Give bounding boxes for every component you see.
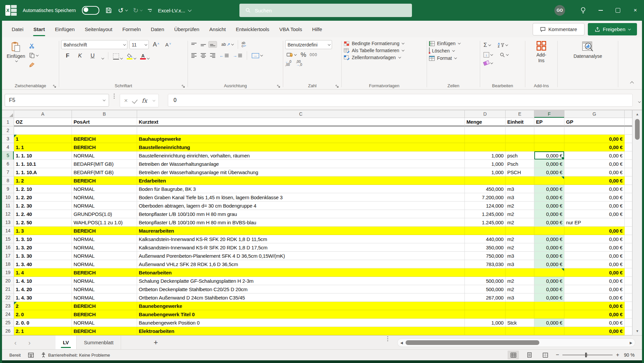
page-break-view-button[interactable] (540, 351, 551, 359)
cell-A4[interactable]: 1. 1 (14, 143, 72, 151)
row-header-19[interactable]: 19 (2, 268, 14, 277)
cell-A21[interactable]: 1. 4. 20 (14, 285, 72, 293)
vertical-scrollbar[interactable]: ▲ ▼ (632, 110, 642, 335)
underline-dropdown[interactable] (101, 56, 104, 59)
tab-datei[interactable]: Datei (7, 21, 28, 37)
cell-F8[interactable] (534, 176, 564, 185)
cell-filler-6[interactable] (625, 160, 632, 168)
font-size-select[interactable]: 11 (129, 40, 149, 49)
row-header-13[interactable]: 13 (2, 218, 14, 227)
tab-formeln[interactable]: Formeln (117, 21, 146, 37)
tab-hilfe[interactable]: Hilfe (307, 21, 327, 37)
column-header-B[interactable]: B (72, 110, 137, 118)
cell-C4[interactable]: Baustelleneinrichtung (137, 143, 465, 151)
cell-filler-8[interactable] (625, 176, 632, 185)
avatar[interactable]: GO (554, 5, 565, 16)
cell-styles-button[interactable]: Zellenformatvorlagen (344, 55, 425, 60)
cell-G9[interactable]: 0,00 € (564, 185, 625, 193)
decrease-indent-icon[interactable]: ← (218, 52, 230, 59)
column-header-A[interactable]: A (14, 110, 72, 118)
lightbulb-icon[interactable] (574, 0, 592, 21)
cell-E7[interactable]: PSCH (506, 168, 534, 176)
cell-C14[interactable]: Maurerarbeiten (137, 227, 465, 235)
cell-filler-7[interactable] (625, 168, 632, 176)
cell-C24[interactable]: Baunebengewerk Titel 0 (137, 310, 465, 319)
cell-D3[interactable] (465, 135, 506, 143)
cell-A13[interactable]: 1. 2. 50 (14, 218, 72, 227)
cell-G15[interactable]: 0,00 € (564, 235, 625, 243)
cell-B24[interactable]: BEREICH (72, 310, 137, 319)
cell-G6[interactable]: 0,00 € (564, 160, 625, 168)
cell-F4[interactable] (534, 143, 564, 151)
cell-D18[interactable]: 783,030 (465, 260, 506, 268)
cell-B12[interactable]: GRUNDPOS(1.0) (72, 210, 137, 218)
close-button[interactable]: × (627, 0, 644, 21)
accessibility-status[interactable]: Barrierefreiheit: Keine Probleme (41, 352, 110, 358)
number-dialog-launcher[interactable] (335, 85, 339, 88)
cell-B26[interactable]: BEREICH (72, 327, 137, 335)
cell-F3[interactable] (534, 135, 564, 143)
data-analysis-button[interactable]: Datenanalyse (560, 40, 616, 60)
clipboard-dialog-launcher[interactable] (53, 85, 56, 88)
sort-filter-button[interactable]: AZ (497, 41, 509, 49)
cell-B16[interactable]: NORMAL (72, 243, 137, 252)
cell-G8[interactable]: 0,00 € (564, 176, 625, 185)
cell-C17[interactable]: Außenwand Porenbeton-Planelement SFK 4 D… (137, 252, 465, 260)
cell-C9[interactable]: Boden für Baugrube, BK 3 (137, 185, 465, 193)
wrap-text-button[interactable]: abc↩ (241, 41, 246, 47)
cell-B15[interactable]: NORMAL (72, 235, 137, 243)
column-header-G[interactable]: G (564, 110, 625, 118)
cell-A15[interactable]: 1. 3. 10 (14, 235, 72, 243)
prev-sheet-icon[interactable]: ‹ (9, 336, 22, 350)
autosum-button[interactable]: Σ (482, 41, 492, 49)
format-as-table-button[interactable]: Als Tabelle formatieren (344, 48, 425, 53)
cell-filler-22[interactable] (625, 293, 632, 302)
cell-A6[interactable]: 1. 1. 10.1 (14, 160, 72, 168)
cell-G12[interactable]: 0,00 € (564, 210, 625, 218)
cell-F7[interactable]: 0,000 € (534, 168, 564, 176)
tab-seitenlayout[interactable]: Seitenlayout (80, 21, 117, 37)
tab-daten[interactable]: Daten (146, 21, 169, 37)
cell-C1[interactable]: Kurztext (137, 118, 465, 126)
cell-C20[interactable]: Schalung Deckenplatte GF-Schalungsplatte… (137, 277, 465, 285)
row-header-9[interactable]: 9 (2, 185, 14, 193)
cell-filler-3[interactable] (625, 135, 632, 143)
cell-C19[interactable]: Betonarbeiten (137, 268, 465, 277)
cell-E23[interactable] (506, 302, 534, 310)
cell-filler-1[interactable] (625, 118, 632, 126)
cell-B1[interactable]: PosArt (72, 118, 137, 126)
row-header-24[interactable]: 24 (2, 310, 14, 319)
tab-entwicklertools[interactable]: Entwicklertools (231, 21, 274, 37)
column-header-F[interactable]: F (534, 110, 564, 118)
cell-filler-16[interactable] (625, 243, 632, 252)
cell-E2[interactable] (506, 126, 534, 135)
cell-C8[interactable]: Erdarbeiten (137, 176, 465, 185)
row-header-8[interactable]: 8 (2, 176, 14, 185)
cell-B10[interactable]: NORMAL (72, 193, 137, 202)
cell-F12[interactable]: 0,000 € (534, 210, 564, 218)
row-header-21[interactable]: 21 (2, 285, 14, 293)
cell-D19[interactable] (465, 268, 506, 277)
cell-D14[interactable] (465, 227, 506, 235)
tab-einfügen[interactable]: Einfügen (50, 21, 80, 37)
cell-G4[interactable]: 0,00 € (564, 143, 625, 151)
cell-G26[interactable]: 0,00 € (564, 327, 625, 335)
cell-G16[interactable]: 0,00 € (564, 243, 625, 252)
cell-C26[interactable]: Elektroarbeiten (137, 327, 465, 335)
cancel-entry-icon[interactable]: × (124, 97, 128, 104)
cell-B8[interactable]: BEREICH (72, 176, 137, 185)
cell-B21[interactable]: NORMAL (72, 285, 137, 293)
cell-filler-20[interactable] (625, 277, 632, 285)
cell-G7[interactable]: 0,00 € (564, 168, 625, 176)
collapse-ribbon-icon[interactable] (631, 80, 633, 86)
cell-E19[interactable] (506, 268, 534, 277)
cell-D17[interactable]: 750,000 (465, 252, 506, 260)
file-name[interactable]: Excel-LV.x... (158, 8, 191, 13)
cell-B13[interactable]: WAHLPOS(1.1 zu 1.0) (72, 218, 137, 227)
cell-B23[interactable]: BEREICH (72, 302, 137, 310)
cell-D2[interactable] (465, 126, 506, 135)
format-cells-button[interactable]: Format (429, 55, 478, 61)
cell-C5[interactable]: Baustelleneinrichtung einrichten, vorhal… (137, 151, 465, 160)
fill-handle[interactable] (561, 157, 564, 160)
cell-filler-4[interactable] (625, 143, 632, 151)
